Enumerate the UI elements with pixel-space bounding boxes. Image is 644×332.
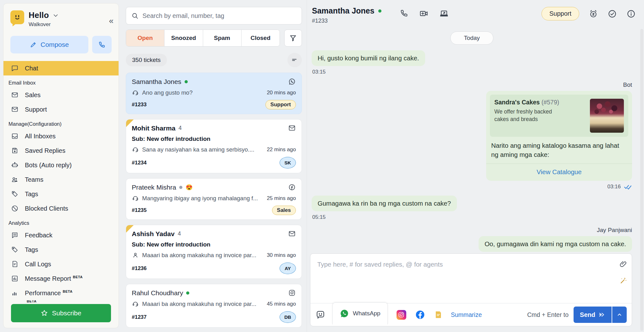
robot-icon xyxy=(11,161,19,169)
online-dot xyxy=(185,80,188,83)
workspace-header: Hello Walkover « xyxy=(3,8,119,28)
section-manage: Manage(Configuration) xyxy=(3,117,119,129)
sidebar-item-sales[interactable]: Sales xyxy=(3,88,119,102)
whatsapp-icon xyxy=(288,78,296,86)
chart-box-icon xyxy=(11,275,19,282)
filter-button[interactable] xyxy=(284,30,302,47)
mail-icon xyxy=(11,91,19,99)
ticket-time: 45 mins ago xyxy=(267,301,296,307)
bot-message-text: Narito ang aming katalogo kasama ang lah… xyxy=(490,137,628,163)
call-button[interactable] xyxy=(92,36,112,53)
date-divider: Today xyxy=(450,31,493,45)
attach-button[interactable] xyxy=(619,260,627,268)
contact-name: Samantha Jones xyxy=(312,6,375,15)
team-tag-pill[interactable]: Support xyxy=(541,7,579,20)
tab-closed[interactable]: Closed xyxy=(242,30,280,46)
ticket-name: Rahul Choudhary xyxy=(132,289,183,297)
channel-facebook-icon[interactable] xyxy=(415,310,425,320)
email-channel-icon xyxy=(288,230,296,238)
reply-input[interactable] xyxy=(310,254,613,302)
info-button[interactable] xyxy=(626,9,636,19)
ticket-id: #1234 xyxy=(132,160,147,166)
message-count: 4 xyxy=(179,125,182,131)
sidebar-item-tags[interactable]: Tags xyxy=(3,187,119,201)
sidebar-item-all-inboxes[interactable]: All Inboxes xyxy=(3,129,119,143)
ticket-preview: Sana ay nasiyahan ka sa aming serbisyo..… xyxy=(142,146,260,153)
search-box xyxy=(126,7,302,25)
screen-share-button[interactable] xyxy=(439,9,449,18)
sidebar-item-tags-analytics[interactable]: Tags xyxy=(3,242,119,257)
sidebar-item-bots[interactable]: Bots (Auto reply) xyxy=(3,158,119,172)
composer-toolbar: WhatsApp Summarize Cmd + Enter to Send xyxy=(310,303,632,326)
sidebar-item-support[interactable]: Support xyxy=(3,102,119,117)
phone-icon xyxy=(400,9,408,18)
summarize-button[interactable]: Summarize xyxy=(451,311,482,318)
notes-icon[interactable] xyxy=(434,310,443,319)
subscribe-button[interactable]: Subscribe xyxy=(11,304,111,322)
channel-instagram-icon[interactable] xyxy=(397,310,406,320)
ticket-name: Ashish Yadav xyxy=(132,230,175,238)
facebook-channel-icon xyxy=(288,183,296,191)
ticket-card[interactable]: Prateek Mishra 😍 Mangyaring ibigay ang i… xyxy=(126,178,302,220)
send-hint: Cmd + Enter to xyxy=(527,311,569,318)
message-count: 4 xyxy=(178,230,181,237)
tab-snoozed[interactable]: Snoozed xyxy=(164,30,203,46)
send-options-button[interactable] xyxy=(612,307,627,323)
bot-message: Sandra's Cakes (#579) We offer freshly b… xyxy=(486,91,632,181)
sender-label: Bot xyxy=(623,81,632,88)
video-call-button[interactable] xyxy=(419,9,429,18)
ticket-card[interactable]: Rahul Choudhary Maaari ba akong makakuha… xyxy=(126,284,302,328)
sidebar-item-call-logs[interactable]: Call Logs xyxy=(3,257,119,271)
headset-icon xyxy=(132,195,139,202)
sidebar-item-teams[interactable]: Teams xyxy=(3,172,119,187)
view-catalogue-button[interactable]: View Catalogue xyxy=(486,163,632,181)
document-icon xyxy=(11,260,19,268)
ai-assist-button[interactable] xyxy=(619,276,627,285)
workspace-name: Hello xyxy=(29,10,49,20)
ticket-id: #1235 xyxy=(132,207,147,213)
feedback-icon xyxy=(11,231,19,239)
sidebar-item-chat[interactable]: Chat xyxy=(3,61,119,75)
channel-tab-whatsapp[interactable]: WhatsApp xyxy=(332,302,388,324)
sidebar-item-performance[interactable]: PerformanceBETA xyxy=(3,286,119,300)
app-root: Hello Walkover « Compose Chat Email Inbo… xyxy=(0,0,644,332)
ticket-card[interactable]: Mohit Sharma 4 Sub: New offer introducti… xyxy=(126,119,302,173)
video-camera-plus-icon xyxy=(419,9,429,18)
outgoing-message: Oo, gumagawa din kami ng mga custom na c… xyxy=(479,236,632,252)
catalogue-card: Sandra's Cakes (#579) We offer freshly b… xyxy=(490,95,628,137)
sidebar-item-message-report[interactable]: Message ReportBETA xyxy=(3,271,119,286)
composer: WhatsApp Summarize Cmd + Enter to Send xyxy=(310,253,632,326)
catalogue-image xyxy=(590,99,624,133)
ticket-name: Samantha Jones xyxy=(132,78,181,86)
workspace-switcher[interactable]: Hello xyxy=(29,10,59,20)
search-input[interactable] xyxy=(142,12,297,19)
sidebar-item-saved-replies[interactable]: Saved Replies xyxy=(3,143,119,158)
tag-icon xyxy=(11,246,19,253)
compose-button[interactable]: Compose xyxy=(10,36,88,53)
whatsapp-icon xyxy=(340,309,349,318)
ticket-card[interactable]: Samantha Jones Ano ang gusto mo? 20 mins… xyxy=(126,73,302,114)
phone-icon xyxy=(98,41,106,48)
message-time: 03:16 xyxy=(607,184,621,190)
ticket-count-pill: 350 tickets xyxy=(126,54,167,66)
scrollbar[interactable] xyxy=(640,29,643,331)
collapse-sidebar-icon[interactable]: « xyxy=(109,17,114,25)
ticket-preview: Maaari ba akong makakuha ng invoice par.… xyxy=(142,252,260,259)
ticket-preview: Ano ang gusto mo? xyxy=(142,89,260,96)
ticket-card[interactable]: Ashish Yadav 4 Sub: New offer introducti… xyxy=(126,225,302,279)
tab-spam[interactable]: Spam xyxy=(203,30,242,46)
headset-icon xyxy=(132,89,139,96)
sort-button[interactable] xyxy=(287,53,302,67)
snooze-button[interactable] xyxy=(589,9,598,19)
message-list: Today Hi, gusto kong bumili ng ilang cak… xyxy=(307,28,644,253)
tab-open[interactable]: Open xyxy=(126,30,164,46)
headset-icon xyxy=(132,300,139,307)
resolve-button[interactable] xyxy=(608,9,617,19)
person-icon xyxy=(132,252,139,259)
send-button[interactable]: Send xyxy=(574,307,612,323)
voice-call-button[interactable] xyxy=(400,9,408,18)
sidebar-item-feedback[interactable]: Feedback xyxy=(3,228,119,242)
hello-channel-icon[interactable] xyxy=(315,310,325,320)
unassigned-corner xyxy=(126,225,134,233)
sidebar-item-blocked-clients[interactable]: Blocked Clients xyxy=(3,201,119,216)
